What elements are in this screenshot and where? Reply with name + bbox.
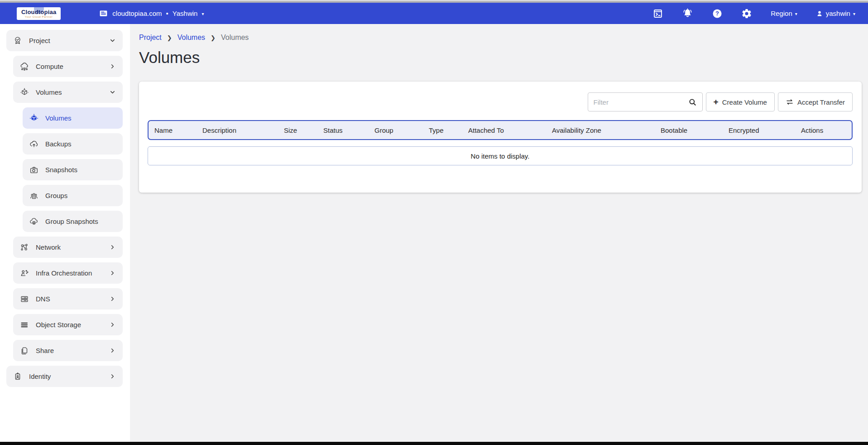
chevron-right-icon	[109, 295, 116, 302]
column-header-actions: Actions	[801, 126, 852, 134]
chevron-right-icon	[109, 63, 116, 70]
caret-down-icon: ▾	[853, 12, 855, 16]
caret-down-icon: ▾	[201, 12, 204, 16]
sidebar-item-label: Infra Orchestration	[36, 269, 92, 277]
groups-people-icon	[29, 191, 39, 201]
transfer-arrows-icon	[786, 98, 794, 106]
column-header-availability-zone: Availability Zone	[552, 126, 661, 134]
sidebar-item-label: Volumes	[36, 88, 62, 96]
sidebar-item-label: Project	[29, 37, 50, 44]
svg-text:?: ?	[715, 10, 719, 17]
sidebar-item-infra-orchestration[interactable]: Infra Orchestration	[13, 262, 123, 284]
app-window: Cloudtopiaa Your Cloud Partner cloudtopi…	[0, 0, 868, 445]
sidebar-item-network[interactable]: Network	[13, 237, 123, 258]
chevron-right-icon	[109, 373, 116, 380]
sidebar-item-label: Group Snapshots	[45, 218, 98, 225]
column-header-group: Group	[374, 126, 429, 134]
table-toolbar: + Create Volume Accept Transfer	[148, 92, 853, 111]
column-header-type: Type	[429, 126, 468, 134]
brand-logo[interactable]: Cloudtopiaa Your Cloud Partner	[17, 7, 61, 20]
chevron-right-icon	[109, 347, 116, 354]
dns-servers-icon	[19, 294, 29, 304]
chevron-right-icon	[109, 321, 116, 328]
topbar: Cloudtopiaa Your Cloud Partner cloudtopi…	[0, 3, 868, 24]
accept-transfer-button[interactable]: Accept Transfer	[778, 92, 853, 111]
orchestration-person-icon	[19, 268, 29, 278]
group-snapshot-cloud-icon	[29, 217, 39, 227]
filter-field	[588, 92, 703, 111]
project-name: Yashwin	[173, 10, 198, 17]
user-dropdown[interactable]: yashwin ▾	[816, 10, 855, 17]
share-pages-icon	[19, 346, 29, 356]
window-bottom-edge	[0, 442, 868, 445]
domain-project-dropdown[interactable]: cloudtopiaa.com • Yashwin ▾	[99, 9, 204, 18]
create-volume-label: Create Volume	[722, 98, 767, 106]
username: yashwin	[826, 10, 850, 17]
sidebar-item-group-snapshots[interactable]: Group Snapshots	[23, 211, 123, 232]
compute-cloud-icon	[19, 62, 29, 72]
sidebar-item-label: DNS	[36, 295, 50, 303]
object-storage-bars-icon	[19, 320, 29, 330]
sidebar-item-label: Snapshots	[45, 166, 77, 174]
domain-card-icon	[99, 9, 108, 18]
chevron-down-icon	[109, 37, 116, 44]
sidebar-item-label: Groups	[45, 192, 67, 199]
chevron-right-icon	[109, 270, 116, 276]
settings-gear-icon[interactable]	[741, 8, 752, 19]
empty-table-row: No items to display.	[148, 146, 853, 165]
sidebar-item-dns[interactable]: DNS	[13, 288, 123, 310]
empty-message: No items to display.	[471, 152, 530, 160]
sidebar-item-label: Backups	[45, 140, 72, 148]
notifications-bell-icon[interactable]	[682, 8, 693, 19]
console-icon[interactable]	[652, 8, 663, 19]
domain-separator: •	[166, 10, 168, 17]
backup-cloud-upload-icon	[29, 139, 39, 149]
column-header-status: Status	[323, 126, 374, 134]
create-volume-button[interactable]: + Create Volume	[706, 92, 775, 111]
sidebar-item-backups[interactable]: Backups	[23, 133, 123, 155]
sidebar-item-volumes-parent[interactable]: Volumes	[13, 82, 123, 103]
network-nodes-icon	[19, 242, 29, 252]
region-dropdown[interactable]: Region ▾	[771, 10, 797, 17]
sidebar-item-volumes[interactable]: Volumes	[23, 107, 123, 129]
column-header-attached-to: Attached To	[468, 126, 552, 134]
column-header-description: Description	[202, 126, 284, 134]
breadcrumb-separator-icon: ❯	[167, 34, 172, 41]
accept-transfer-label: Accept Transfer	[797, 98, 845, 106]
chevron-right-icon	[109, 244, 116, 251]
breadcrumb-volumes[interactable]: Volumes	[177, 34, 205, 42]
region-label: Region	[771, 10, 792, 17]
sidebar-item-label: Identity	[29, 372, 51, 380]
plus-icon: +	[714, 97, 719, 106]
sidebar-item-label: Network	[36, 243, 61, 251]
logo-tagline: Your Cloud Partner	[21, 15, 56, 18]
main-content: Project ❯ Volumes ❯ Volumes Volumes + Cr…	[130, 24, 868, 442]
snapshot-camera-icon	[29, 165, 39, 175]
breadcrumb-separator-icon: ❯	[211, 34, 216, 41]
sidebar-item-snapshots[interactable]: Snapshots	[23, 159, 123, 180]
sidebar-item-identity[interactable]: Identity	[6, 366, 123, 387]
sidebar-item-project[interactable]: Project	[6, 30, 123, 51]
volumes-card: + Create Volume Accept Transfer Name Des…	[139, 82, 862, 193]
filter-input[interactable]	[594, 98, 686, 106]
sidebar-item-label: Object Storage	[36, 321, 81, 329]
window-top-strip	[0, 0, 868, 2]
volumes-cube-icon	[19, 87, 29, 97]
sidebar-item-object-storage[interactable]: Object Storage	[13, 314, 123, 335]
sidebar-item-label: Compute	[36, 63, 63, 70]
sidebar-item-share[interactable]: Share	[13, 340, 123, 361]
search-icon[interactable]	[688, 98, 697, 106]
page-title: Volumes	[139, 48, 861, 67]
breadcrumb-project[interactable]: Project	[139, 34, 162, 42]
column-header-size: Size	[284, 126, 323, 134]
help-icon[interactable]: ?	[712, 8, 723, 19]
user-icon	[816, 10, 823, 17]
topbar-actions: ? Region ▾ yashwin ▾	[652, 8, 868, 19]
breadcrumb-current: Volumes	[221, 34, 249, 42]
chevron-down-icon	[109, 89, 116, 96]
sidebar: Project Compute Volumes	[0, 24, 130, 442]
column-header-name: Name	[154, 126, 202, 134]
sidebar-item-groups[interactable]: Groups	[23, 185, 123, 206]
sidebar-item-compute[interactable]: Compute	[13, 56, 123, 77]
breadcrumb: Project ❯ Volumes ❯ Volumes	[139, 34, 861, 42]
